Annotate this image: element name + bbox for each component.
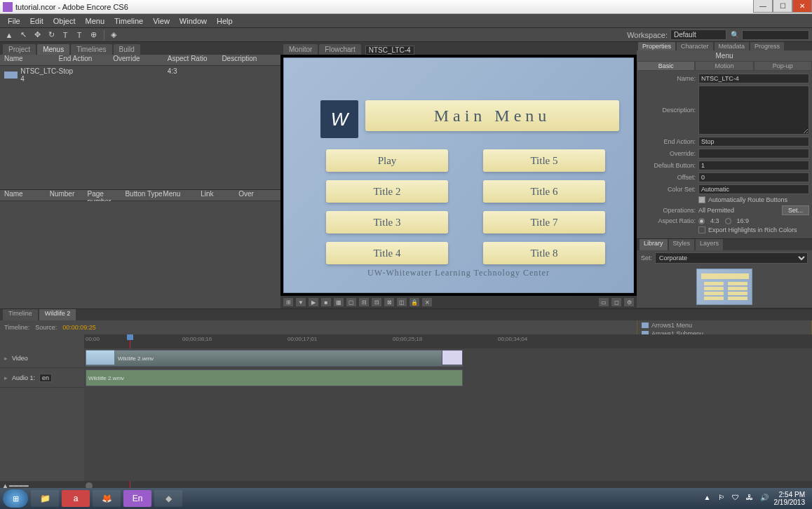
menu-window[interactable]: Window	[175, 15, 212, 27]
menu-help[interactable]: Help	[212, 15, 238, 27]
timeline-ruler[interactable]: 00;00 00;00;08;16 00;00;17;01 00;00;25;1…	[84, 334, 812, 348]
menu-button-play[interactable]: Play	[326, 149, 448, 172]
minimize-button[interactable]: —	[753, 0, 773, 13]
tray-show-hidden-icon[interactable]: ▲	[704, 494, 714, 503]
move-tool-icon[interactable]: ✥	[31, 29, 43, 41]
buttons-list[interactable]	[0, 201, 280, 308]
direct-select-tool-icon[interactable]: ↖	[17, 29, 29, 41]
tab-flowchart[interactable]: Flowchart	[319, 44, 360, 55]
tab-monitor[interactable]: Monitor	[283, 44, 318, 55]
fit-icon[interactable]: ⊞	[283, 298, 293, 306]
maximize-button[interactable]: ☐	[773, 0, 792, 13]
tray-volume-icon[interactable]: 🔊	[760, 494, 770, 503]
video-track-label[interactable]: ▸Video	[0, 348, 84, 368]
tray-shield-icon[interactable]: 🛡	[732, 494, 742, 503]
col2-btntype[interactable]: Button Type	[125, 190, 163, 201]
close-button[interactable]: ✕	[792, 0, 812, 13]
tray-flag-icon[interactable]: 🏳	[718, 494, 728, 503]
audio-clip[interactable]: Wildlife 2.wmv	[86, 369, 463, 386]
tab-build[interactable]: Build	[114, 44, 140, 55]
desc-field[interactable]	[698, 86, 809, 135]
text-tool-icon[interactable]: T	[59, 29, 72, 41]
safe-area-icon[interactable]: ▢	[346, 298, 356, 306]
menu-button-title2[interactable]: Title 2	[326, 180, 448, 203]
quality-icon[interactable]: ▭	[599, 298, 609, 306]
aspect-icon[interactable]: ◻	[611, 298, 621, 306]
exportrich-checkbox[interactable]	[698, 226, 705, 233]
set-dropdown[interactable]: Corporate	[655, 252, 808, 264]
tab-menus[interactable]: Menus	[37, 44, 69, 55]
col2-page[interactable]: Page number	[88, 190, 126, 201]
monitor-settings-icon[interactable]: ⚙	[624, 298, 634, 306]
lock-guides-icon[interactable]: 🔒	[410, 298, 419, 306]
col-endaction[interactable]: End Action	[59, 55, 114, 65]
taskbar-explorer-icon[interactable]: 📁	[31, 490, 59, 507]
track-area[interactable]: Wildlife 2.wmv Wildlife 2.wmv	[84, 348, 812, 481]
tab-project[interactable]: Project	[3, 44, 36, 55]
source-timecode[interactable]: 00:00:09:25	[62, 324, 96, 331]
play-icon[interactable]: ▶	[309, 298, 318, 306]
tab-metadata[interactable]: Metadata	[715, 42, 750, 50]
tab-progress[interactable]: Progress	[750, 42, 784, 50]
autoroute-checkbox[interactable]: ✓	[698, 196, 705, 203]
preview-tool-icon[interactable]: ◈	[107, 29, 120, 41]
guides-icon[interactable]: ⊡	[372, 298, 381, 306]
tab-wildlife[interactable]: Wildlife 2	[39, 309, 76, 320]
menu-button-title6[interactable]: Title 6	[483, 180, 605, 203]
col-override[interactable]: Override	[113, 55, 168, 65]
menu-button-title4[interactable]: Title 4	[326, 242, 448, 264]
tab-library[interactable]: Library	[640, 239, 668, 250]
tray-network-icon[interactable]: 🖧	[746, 494, 756, 503]
menu-button-title5[interactable]: Title 5	[483, 149, 605, 172]
route-icon[interactable]: ▦	[334, 298, 344, 306]
tab-layers[interactable]: Layers	[696, 239, 723, 250]
search-input[interactable]	[742, 30, 809, 40]
subtab-popup[interactable]: Pop-up	[754, 61, 812, 71]
subtab-basic[interactable]: Basic	[637, 61, 695, 71]
taskbar-firefox-icon[interactable]: 🦊	[93, 490, 121, 507]
menu-object[interactable]: Object	[48, 15, 81, 27]
dvd-menu-preview[interactable]: W Main Menu Play Title 5 Title 2 Title 6…	[283, 57, 634, 293]
menu-view[interactable]: View	[148, 15, 175, 27]
still-clip[interactable]	[442, 350, 463, 365]
clear-guides-icon[interactable]: ✕	[422, 298, 432, 306]
col2-name[interactable]: Name	[4, 190, 50, 201]
expand-icon[interactable]: ▸	[4, 374, 8, 381]
taskbar-app-icon[interactable]: ◆	[154, 490, 182, 507]
aspect-43-radio[interactable]	[698, 218, 705, 224]
defaultbutton-field[interactable]: 1	[698, 161, 809, 170]
tab-properties[interactable]: Properties	[638, 42, 675, 50]
col-aspect[interactable]: Aspect Ratio	[168, 55, 222, 65]
clock[interactable]: 2:54 PM 2/19/2013	[774, 491, 806, 506]
grid-icon[interactable]: ⊟	[359, 298, 369, 306]
menu-button-title7[interactable]: Title 7	[483, 211, 605, 233]
stop-icon[interactable]: ■	[321, 298, 331, 306]
override-field[interactable]	[698, 149, 809, 158]
tab-styles[interactable]: Styles	[669, 239, 695, 250]
monitor-menu-dropdown[interactable]: NTSC_LTC-4	[365, 46, 414, 55]
menu-menu[interactable]: Menu	[81, 15, 110, 27]
selection-tool-icon[interactable]: ▲	[3, 29, 15, 41]
new-guide-icon[interactable]: ◫	[397, 298, 407, 306]
rotate-tool-icon[interactable]: ↻	[45, 29, 57, 41]
subtab-motion[interactable]: Motion	[695, 61, 753, 71]
tab-timeline[interactable]: Timeline	[3, 309, 38, 320]
tab-character[interactable]: Character	[677, 42, 713, 50]
taskbar-av-icon[interactable]: a	[62, 490, 90, 507]
taskbar-encore-icon[interactable]: En	[123, 490, 151, 507]
menu-file[interactable]: File	[3, 15, 25, 27]
list-item[interactable]: NTSC_LTC-4 Stop 4:3	[0, 66, 280, 84]
col2-link[interactable]: Link	[201, 190, 238, 201]
expand-icon[interactable]: ▸	[4, 355, 8, 362]
colorset-field[interactable]: Automatic	[698, 184, 809, 194]
col-desc[interactable]: Description	[222, 55, 276, 65]
zoom-tool-icon[interactable]: ⊕	[87, 29, 100, 41]
workspace-dropdown[interactable]	[670, 29, 726, 40]
aspect-169-radio[interactable]	[725, 218, 731, 224]
menu-button-title3[interactable]: Title 3	[326, 211, 448, 233]
col2-menu[interactable]: Menu	[163, 190, 201, 201]
start-button[interactable]: ⊞	[3, 489, 28, 508]
name-field[interactable]	[698, 74, 809, 83]
video-clip[interactable]: Wildlife 2.wmv	[86, 350, 463, 367]
offset-field[interactable]: 0	[698, 172, 809, 182]
